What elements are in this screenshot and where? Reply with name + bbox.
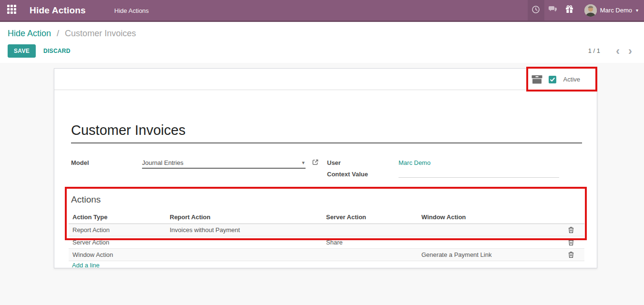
systray: Marc Demo ▾ xyxy=(528,0,644,20)
activity-menu-button[interactable] xyxy=(528,0,544,20)
menu-item-hide-actions[interactable]: Hide Actions xyxy=(114,7,149,14)
trash-icon xyxy=(568,251,574,258)
top-navbar: Hide Actions Hide Actions xyxy=(0,0,644,22)
messages-menu-button[interactable] xyxy=(544,0,561,20)
user-menu[interactable]: Marc Demo ▾ xyxy=(578,0,644,20)
trash-icon xyxy=(568,226,574,234)
grid-icon xyxy=(7,5,16,16)
add-a-line-link[interactable]: Add a line xyxy=(72,262,100,269)
breadcrumb-current: Customer Invoices xyxy=(65,29,136,38)
discard-button[interactable]: DISCARD xyxy=(43,48,71,54)
table-row[interactable]: Report Action Invoices without Payment xyxy=(69,224,584,236)
save-button[interactable]: SAVE xyxy=(8,44,36,58)
context-value-field[interactable] xyxy=(399,167,559,178)
column-header-server-action[interactable]: Server Action xyxy=(322,211,418,224)
external-link-button[interactable] xyxy=(312,159,319,166)
form-sheet: Active Customer Invoices Model Journal E… xyxy=(54,68,597,268)
external-link-icon xyxy=(312,159,319,166)
caret-down-icon: ▾ xyxy=(636,8,638,13)
cell-action-type[interactable]: Report Action xyxy=(69,224,166,236)
cell-server-action[interactable] xyxy=(322,224,418,236)
model-label: Model xyxy=(71,159,89,166)
column-header-report-action[interactable]: Report Action xyxy=(166,211,322,224)
check-icon xyxy=(550,77,555,82)
pager: 1 / 1 ‹ › xyxy=(588,46,636,56)
cell-window-action[interactable]: Generate a Payment Link xyxy=(418,248,557,261)
cell-report-action[interactable]: Invoices without Payment xyxy=(166,224,322,236)
app-title[interactable]: Hide Actions xyxy=(30,5,86,16)
gift-button[interactable] xyxy=(561,0,578,20)
cell-action-type[interactable]: Window Action xyxy=(69,248,166,261)
delete-row-button[interactable] xyxy=(568,239,574,246)
context-value-label: Context Value xyxy=(327,171,368,178)
top-menu: Hide Actions xyxy=(114,6,149,15)
form-view-background: Active Customer Invoices Model Journal E… xyxy=(0,63,644,305)
screen: Hide Actions Hide Actions xyxy=(0,0,644,305)
actions-section-heading: Actions xyxy=(71,194,101,205)
apps-menu-button[interactable] xyxy=(0,0,23,20)
control-panel-buttons: SAVE DISCARD 1 / 1 ‹ › xyxy=(8,44,636,57)
cell-window-action[interactable] xyxy=(418,224,557,236)
cell-server-action[interactable]: Share xyxy=(322,236,418,248)
breadcrumb-separator: / xyxy=(57,29,59,38)
breadcrumb-parent-link[interactable]: Hide Action xyxy=(8,29,51,38)
user-name: Marc Demo xyxy=(600,7,632,14)
clock-icon xyxy=(532,5,540,16)
avatar xyxy=(584,4,597,17)
record-title[interactable]: Customer Invoices xyxy=(71,122,582,143)
gift-icon xyxy=(565,5,573,15)
model-value: Journal Entries xyxy=(142,159,302,166)
cell-report-action[interactable] xyxy=(166,248,322,261)
table-row[interactable]: Window Action Generate a Payment Link xyxy=(69,248,584,261)
chat-icon xyxy=(548,5,557,15)
delete-row-button[interactable] xyxy=(568,226,574,234)
breadcrumb: Hide Action / Customer Invoices xyxy=(0,22,644,39)
pager-previous-button[interactable]: ‹ xyxy=(612,46,624,56)
pager-next-button[interactable]: › xyxy=(624,46,636,56)
column-header-delete xyxy=(557,211,584,224)
table-row[interactable]: Server Action Share xyxy=(69,236,584,248)
user-value-link[interactable]: Marc Demo xyxy=(399,159,430,166)
trash-icon xyxy=(568,239,574,246)
active-toggle-group: Active xyxy=(532,69,580,90)
cell-server-action[interactable] xyxy=(322,248,418,261)
column-header-window-action[interactable]: Window Action xyxy=(418,211,557,224)
column-header-action-type[interactable]: Action Type xyxy=(69,211,166,224)
table-header-row: Action Type Report Action Server Action … xyxy=(69,211,584,224)
delete-row-button[interactable] xyxy=(568,251,574,258)
cell-action-type[interactable]: Server Action xyxy=(69,236,166,248)
active-label: Active xyxy=(563,76,580,83)
archive-box-icon xyxy=(532,75,542,84)
user-label: User xyxy=(327,159,341,166)
dropdown-caret-icon: ▾ xyxy=(302,160,305,166)
actions-table: Action Type Report Action Server Action … xyxy=(69,211,584,261)
control-panel: Hide Action / Customer Invoices SAVE DIS… xyxy=(0,22,644,63)
model-field[interactable]: Journal Entries ▾ xyxy=(142,158,306,169)
cell-report-action[interactable] xyxy=(166,236,322,248)
active-checkbox[interactable] xyxy=(549,76,556,83)
pager-value: 1 / 1 xyxy=(588,47,600,54)
form-statusbar: Active xyxy=(54,69,597,90)
cell-window-action[interactable] xyxy=(418,236,557,248)
